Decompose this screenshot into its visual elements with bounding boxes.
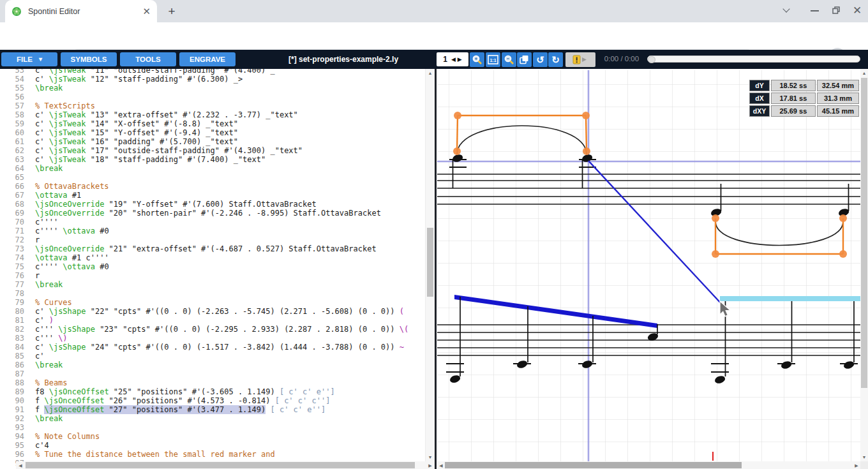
- control-point[interactable]: [712, 250, 719, 258]
- scroll-left-icon[interactable]: ◀: [438, 463, 444, 468]
- code-line[interactable]: 95c'4: [0, 441, 408, 450]
- new-tab-button[interactable]: +: [165, 4, 179, 19]
- code-line[interactable]: 77\break: [0, 280, 408, 289]
- control-point[interactable]: [453, 147, 461, 155]
- playback-progress-bar[interactable]: [647, 56, 860, 63]
- line-number: 70: [0, 218, 24, 227]
- scroll-up-icon[interactable]: ▲: [426, 71, 435, 75]
- control-point[interactable]: [712, 214, 719, 222]
- code-line[interactable]: 74\ottava #1 c'''': [0, 253, 408, 262]
- code-line[interactable]: 69\jsOnceOverride "20" "shorten-pair" #'…: [0, 209, 408, 218]
- code-line[interactable]: 91f \jsOnceOffset "27" "positions" #'(3.…: [0, 405, 408, 414]
- scroll-up-icon[interactable]: ▲: [860, 71, 868, 75]
- code-line[interactable]: 86\break: [0, 361, 408, 369]
- editor-horizontal-scrollbar[interactable]: ◀ ▶: [16, 461, 435, 469]
- code-line[interactable]: 54c' \jsTweak "12" "staff-padding" #'(6.…: [0, 75, 408, 84]
- code-line[interactable]: 75c'''' \ottava #0: [0, 262, 408, 271]
- code-line[interactable]: 85c': [0, 352, 408, 361]
- code-line[interactable]: 88% Beams: [0, 378, 408, 387]
- next-page-icon[interactable]: ▶: [458, 56, 462, 63]
- score-canvas[interactable]: [437, 70, 860, 461]
- code-line[interactable]: 89f8 \jsOnceOffset "25" "positions" #'(-…: [0, 387, 408, 396]
- scrollbar-thumb[interactable]: [861, 78, 867, 388]
- code-line[interactable]: 65: [0, 173, 408, 182]
- code-line[interactable]: 61c' \jsTweak "16" "padding" #'(5.700) _…: [0, 137, 408, 146]
- code-line[interactable]: 53c' \jsTweak "11" "outside-staff-paddin…: [0, 69, 408, 75]
- code-line[interactable]: 93: [0, 423, 408, 432]
- code-line[interactable]: 71c'''' \ottava #0: [0, 227, 408, 235]
- scroll-down-icon[interactable]: ▼: [860, 455, 868, 459]
- zoom-in-button[interactable]: [470, 52, 484, 67]
- line-text: % OttavaBrackets: [24, 182, 109, 191]
- duplicate-view-button[interactable]: [517, 52, 532, 67]
- code-line[interactable]: 90f \jsOnceOffset "26" "positions" #'(4.…: [0, 396, 408, 405]
- code-line[interactable]: 56: [0, 93, 408, 101]
- code-line[interactable]: 70c'''': [0, 218, 408, 227]
- code-line[interactable]: 68\jsOnceOverride "19" "Y-offset" #'(7.6…: [0, 200, 408, 209]
- code-line[interactable]: 55\break: [0, 84, 408, 93]
- code-editor[interactable]: 53c' \jsTweak "11" "outside-staff-paddin…: [0, 69, 436, 469]
- scroll-right-icon[interactable]: ▶: [853, 463, 860, 468]
- menu-button-file[interactable]: FILE▾: [1, 52, 57, 66]
- code-line[interactable]: 57% TextScripts: [0, 101, 408, 110]
- code-line[interactable]: 62c' \jsTweak "17" "outside-staff-paddin…: [0, 146, 408, 155]
- menu-button-tools[interactable]: TOOLS: [120, 52, 176, 66]
- code-line[interactable]: 82c''' \jsShape "23" "cpts" #'((0 . 0) (…: [0, 325, 408, 334]
- panel-divider[interactable]: [435, 69, 437, 469]
- scroll-right-icon[interactable]: ▶: [427, 463, 433, 468]
- scroll-left-icon[interactable]: ◀: [17, 463, 24, 468]
- prev-page-icon[interactable]: ◀: [451, 56, 456, 63]
- page-selector[interactable]: 1 ◀ ▶: [437, 52, 468, 66]
- scroll-down-icon[interactable]: ▼: [426, 455, 435, 459]
- code-line[interactable]: 64\break: [0, 164, 408, 173]
- code-line[interactable]: 84c' \jsShape "24" "cpts" #'((0 . 0) (-1…: [0, 343, 408, 352]
- code-line[interactable]: 92\break: [0, 414, 408, 423]
- control-point[interactable]: [839, 250, 847, 258]
- code-line[interactable]: 87: [0, 369, 408, 378]
- code-line[interactable]: 96% Tune the distance between the small …: [0, 450, 408, 459]
- code-line[interactable]: 80c' \jsShape "22" "cpts" #'((0 . 0) (-2…: [0, 307, 408, 316]
- control-point[interactable]: [582, 112, 590, 119]
- code-line[interactable]: 76r: [0, 271, 408, 280]
- redo-button[interactable]: ↻: [548, 52, 563, 67]
- scrollbar-thumb[interactable]: [26, 462, 415, 468]
- line-text: c'''' \ottava #0: [24, 227, 109, 235]
- code-line[interactable]: 59c' \jsTweak "14" "X-offset" #'(-8.8) _…: [0, 119, 408, 128]
- score-vertical-scrollbar[interactable]: ▲ ▼: [860, 69, 868, 461]
- control-point[interactable]: [839, 214, 847, 222]
- zoom-out-button[interactable]: [502, 52, 516, 67]
- code-line[interactable]: 73\jsOnceOverride "21" "extra-offset" #'…: [0, 244, 408, 253]
- close-window-icon[interactable]: ✕: [853, 4, 862, 17]
- tab-close-icon[interactable]: ✕: [142, 6, 151, 16]
- restore-window-icon[interactable]: [832, 6, 841, 15]
- score-view[interactable]: dY18.52 ss32.54 mmdX17.81 ss31.3 mmdXY25…: [437, 69, 860, 461]
- hovered-beam[interactable]: [720, 296, 860, 301]
- minimize-icon[interactable]: [811, 10, 819, 11]
- code-line[interactable]: 81c' ): [0, 316, 408, 325]
- tab-list-chevron-icon[interactable]: [784, 8, 790, 14]
- code-line[interactable]: 79% Curves: [0, 298, 408, 307]
- scrollbar-thumb[interactable]: [445, 462, 742, 468]
- engrave-log-button[interactable]: [565, 52, 595, 67]
- menu-button-symbols[interactable]: SYMBOLS: [61, 52, 117, 66]
- undo-button[interactable]: ↺: [533, 52, 548, 67]
- code-line[interactable]: 67\ottava #1: [0, 191, 408, 200]
- browser-tab[interactable]: Spontini Editor ✕: [5, 0, 157, 22]
- menu-button-engrave[interactable]: ENGRAVE: [179, 52, 236, 66]
- score-horizontal-scrollbar[interactable]: ◀ ▶: [437, 461, 860, 469]
- actual-size-button[interactable]: 1:1: [486, 52, 500, 67]
- control-point[interactable]: [454, 112, 461, 119]
- code-line[interactable]: 58c' \jsTweak "13" "extra-offset" #'(2.2…: [0, 110, 408, 119]
- editor-vertical-scrollbar[interactable]: ▲ ▼: [425, 69, 435, 461]
- code-line[interactable]: 72r: [0, 235, 408, 244]
- line-text: [24, 423, 35, 432]
- code-line[interactable]: 78: [0, 289, 408, 298]
- control-point[interactable]: [583, 147, 590, 155]
- code-line[interactable]: 66% OttavaBrackets: [0, 182, 408, 191]
- progress-knob[interactable]: [648, 56, 655, 63]
- code-line[interactable]: 60c' \jsTweak "15" "Y-offset" #'(-9.4) _…: [0, 128, 408, 137]
- scrollbar-thumb[interactable]: [427, 228, 433, 297]
- code-line[interactable]: 63c' \jsTweak "18" "staff-padding" #'(7.…: [0, 155, 408, 164]
- code-line[interactable]: 83c''' \): [0, 334, 408, 343]
- code-line[interactable]: 94% Note Columns: [0, 432, 408, 441]
